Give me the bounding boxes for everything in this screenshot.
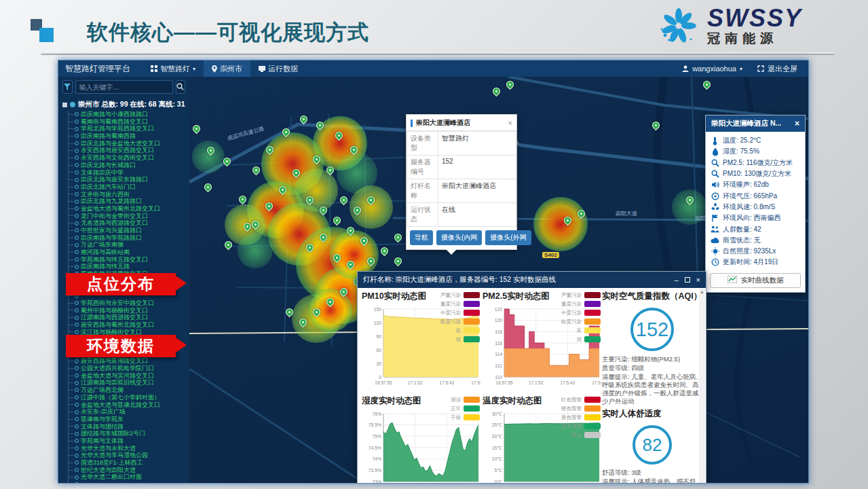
lamp-node-icon <box>75 381 79 385</box>
lamp-node-icon <box>75 141 79 145</box>
sidebar-item[interactable]: 光华大道与羊马湿地公园 <box>69 452 189 459</box>
sidebar-item[interactable]: 蜀州中路与杨柳街交叉口 <box>69 307 189 314</box>
tree-root-city[interactable]: 崇州市 总数: 99 在线: 68 离线: 31 <box>58 97 189 111</box>
sidebar-item[interactable]: 唐安西路与景湖路交叉口 <box>69 357 189 365</box>
sidebar-item[interactable]: 文体路崇庆中学 <box>69 169 189 177</box>
sidebar-item[interactable]: 崇庆南路与学苑路路口 <box>69 234 189 242</box>
sidebar-item[interactable]: 崇庆北路与唐安东路路口 <box>69 176 189 183</box>
sidebar-item[interactable]: 崇庆北路汽车站门口 <box>69 183 189 191</box>
svg-text:30: 30 <box>376 361 381 366</box>
temperature-legend: 红色预警橙色预警黄色预警正常温度寒冷 <box>561 395 601 439</box>
exit-fullscreen-button[interactable]: 退出全屏 <box>757 64 797 74</box>
sidebar-item[interactable]: 崇庆北路与长城路口 <box>69 162 189 169</box>
page-title: 软件核心——可视化展现方式 <box>87 18 369 47</box>
sidebar-item[interactable]: 崇庆北路与金盆地大道交叉口 <box>69 140 189 147</box>
sidebar-item[interactable]: 江源南路与西游路交叉口 <box>69 314 189 321</box>
sidebar-item[interactable]: 永安东-崇庆广场 <box>69 408 189 416</box>
lamp-node-icon <box>75 257 79 261</box>
close-button[interactable]: × <box>696 276 700 283</box>
popup-row: 服务器编号152 <box>407 156 516 179</box>
svg-text:25℃: 25℃ <box>492 422 503 427</box>
sidebar-item[interactable]: 万达广场西北侧 <box>69 386 189 394</box>
search-button[interactable] <box>176 80 186 94</box>
svg-text:118: 118 <box>495 329 502 334</box>
sidebar-item[interactable]: 崇庆北路与九龙路路口 <box>69 198 189 205</box>
close-icon[interactable]: × <box>508 120 512 126</box>
navigate-button[interactable]: 导航 <box>410 230 433 245</box>
lamp-node-icon <box>75 156 79 160</box>
sidebar-item[interactable]: 光华大道与永和大道 <box>69 445 189 452</box>
sidebar-item[interactable]: 南河路与高铁站南 <box>69 249 189 256</box>
user-menu[interactable]: wangxiaohua▾ <box>682 65 742 73</box>
sidebar-item[interactable]: 无名道路与西游路交叉口 <box>69 219 189 227</box>
sidebar-item[interactable]: 永安西路与文化西街交叉口 <box>69 154 189 162</box>
sidebar-item[interactable]: 晋康南与学苑东 <box>69 416 189 423</box>
sidebar-item[interactable]: 文体路与团结路 <box>69 423 189 431</box>
sidebar-item[interactable]: 崇庆南路与小康西路路口 <box>69 111 189 118</box>
svg-text:112: 112 <box>495 363 502 368</box>
environment-reading: 环境噪声: 62db <box>711 179 800 190</box>
minimize-button[interactable]: – <box>674 276 678 283</box>
filter-button[interactable] <box>62 80 73 94</box>
sidebar-item[interactable]: 龙门中街与金带街交叉口 <box>69 213 189 220</box>
sidebar-item[interactable]: 文井街与唐六西街 <box>69 191 189 198</box>
sidebar-item[interactable]: 崇庆南路与纬五路 <box>69 263 189 270</box>
tab-smart-light[interactable]: 智慧路灯▾ <box>143 60 204 77</box>
comfort-description: 舒适等级: 3级温馨提示: 人体感觉炎热，很不舒适，需注意防暑降温。 <box>602 469 702 484</box>
environment-reading: 湿度: 75.5% <box>711 146 800 157</box>
sidebar-item[interactable]: 万达广场东南侧 <box>69 241 189 249</box>
panel-scrollbar[interactable]: ▲ <box>699 289 705 484</box>
sidebar-item[interactable]: 团结路与东城国际2号门 <box>69 430 189 437</box>
pm10-chart: PM10实时动态图 严重污染重度污染中度污染轻度污染良优 03060901201… <box>362 291 484 393</box>
map-road-label: S402 <box>542 252 559 258</box>
tab-city[interactable]: 崇州市 <box>204 60 250 77</box>
lamp-node-icon <box>75 250 79 254</box>
svg-text:5℃: 5℃ <box>495 468 503 473</box>
sidebar-item[interactable]: 学苑南路与纬五路交叉口 <box>69 256 189 264</box>
sidebar-item[interactable]: 中胜世家与兴盛路路口 <box>69 227 189 234</box>
maximize-button[interactable] <box>685 277 690 283</box>
svg-text:120: 120 <box>495 318 503 323</box>
sidebar-item[interactable]: 唐安西路与蜀州北路交叉口 <box>69 321 189 329</box>
sidebar-item[interactable]: 蜀南街与蜀南西路交叉口 <box>69 118 189 126</box>
tab-run-data[interactable]: 运行数据 <box>250 60 306 77</box>
aqi-text-line: 质量等级: 四级 <box>602 364 702 372</box>
sidebar-item[interactable]: 学苑南与文体路 <box>69 437 189 445</box>
sidebar-item[interactable]: 世纪大道与崇阳大道 <box>69 467 189 474</box>
svg-text:10℃: 10℃ <box>492 456 503 461</box>
tree-collapse-icon[interactable] <box>62 103 67 107</box>
search-icon <box>176 81 184 93</box>
sidebar-item[interactable]: 崇庆南路与蜀南西路 <box>69 132 189 140</box>
pm10-icon <box>711 170 719 178</box>
sidebar-item[interactable]: 光华大道二桥出口对面 <box>69 473 189 481</box>
svg-text:16:57:55: 16:57:55 <box>375 380 392 385</box>
camera-internal-button[interactable]: 摄像头(内网 <box>436 230 482 245</box>
popup-buttons: 导航摄像头(内网摄像头(外网 <box>407 227 516 249</box>
svg-text:90: 90 <box>376 334 381 339</box>
svg-text:120: 120 <box>374 321 382 325</box>
sidebar-item[interactable]: 金盆地大道与蜀州北路交叉口 <box>69 205 189 213</box>
close-icon[interactable]: × <box>795 119 799 128</box>
search-input[interactable] <box>75 80 173 94</box>
city-node-icon <box>70 102 75 107</box>
crowd-icon <box>711 225 719 233</box>
sidebar-item[interactable]: 金盆地大道与晋康北路交叉口 <box>69 401 189 409</box>
sidebar-item[interactable]: 金盆地大道与滨河路交叉口 <box>69 372 189 380</box>
sidebar-item[interactable]: 国道318至F1-上林西工 <box>69 459 189 467</box>
svg-text:20℃: 20℃ <box>492 434 503 439</box>
sidebar-item[interactable]: 学苑西街与永安中路交叉口 <box>69 300 189 307</box>
sidebar-item[interactable]: 学苑北路与学苑西路交叉口 <box>69 125 189 132</box>
sidebar-item[interactable]: 江源中路（第七小学斜对面） <box>69 394 189 401</box>
sidebar-item[interactable]: 江源南路与崇双旧线交叉口 <box>69 379 189 386</box>
lamp-node-icon <box>75 170 79 175</box>
sidebar-item[interactable]: 永安西路与唐安西路交叉口 <box>69 147 189 154</box>
realtime-curve-button[interactable]: 实时曲线数据 <box>710 273 801 288</box>
lamp-node-icon <box>75 185 79 189</box>
svg-text:75.5%: 75.5% <box>369 422 381 427</box>
camera-external-button[interactable]: 摄像头(外网 <box>485 230 531 245</box>
sidebar-item[interactable] <box>69 481 189 484</box>
sidebar-item[interactable]: 公园大道四川机电学院门口 <box>69 365 189 372</box>
app-brand: 智慧路灯管理平台 <box>65 63 130 75</box>
lamp-node-icon <box>75 330 79 334</box>
popup-row: 设备类型智慧路灯 <box>407 132 516 156</box>
